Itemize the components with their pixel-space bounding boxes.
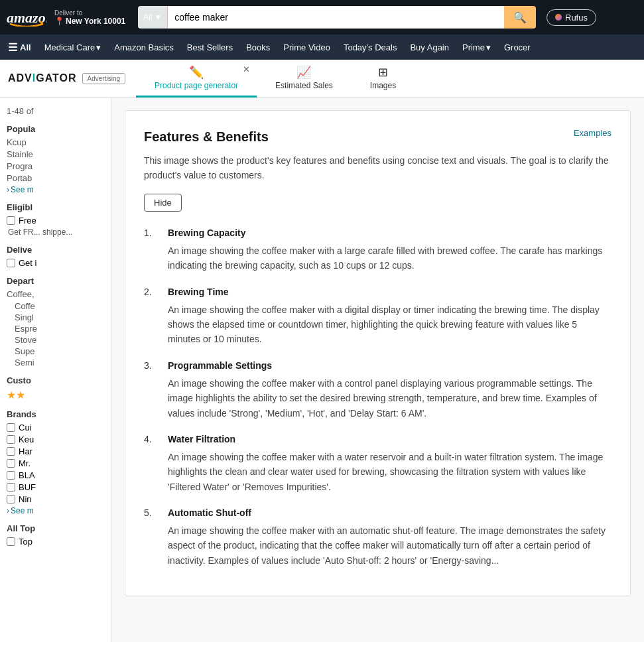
sidebar-section-popular: Popula Kcup Stainle Progra Portab › See … [7,124,104,194]
svg-text:amazon: amazon [7,9,46,26]
adv-tab-images[interactable]: ⊞ Images [352,59,415,98]
estimated-sales-icon: 📈 [296,65,311,80]
features-panel: Features & Benefits Examples This image … [125,110,631,596]
nav-item-amazon-basics[interactable]: Amazon Basics [109,42,179,52]
brand-bla[interactable]: BLA [7,470,104,480]
search-input[interactable] [168,6,504,29]
dept-sub-stovetop[interactable]: Stove [7,335,104,345]
feature-desc-3: An image showing the coffee maker with a… [168,376,612,421]
top-checkbox[interactable]: Top [7,537,104,547]
brand-mr[interactable]: Mr. [7,458,104,468]
images-grid-icon: ⊞ [378,65,388,80]
nav-item-all[interactable]: ☰ All [8,41,36,54]
tab-close-icon[interactable]: ✕ [243,64,250,74]
search-button[interactable]: 🔍 [504,6,536,29]
brand-nin[interactable]: Nin [7,494,104,504]
sidebar-section-eligible: Eligibl Free Get FR... shippe... [7,202,104,237]
brand-cui[interactable]: Cui [7,423,104,432]
feature-content-5: Automatic Shut-off An image showing the … [168,506,612,568]
feature-item-3: 3. Programmable Settings An image showin… [144,359,612,421]
adv-tab-product-page-generator[interactable]: ✏️ Product page generator ✕ [136,59,257,98]
nav-item-best-sellers[interactable]: Best Sellers [182,42,238,52]
sidebar-item-stainless[interactable]: Stainle [7,149,104,159]
amazon-logo-svg: amazon [7,7,46,27]
product-page-pencil-icon: ✏️ [189,65,204,80]
popular-title: Popula [7,124,104,134]
feature-item-5: 5. Automatic Shut-off An image showing t… [144,506,612,568]
result-count: 1-48 of [7,106,104,116]
dept-sub-super[interactable]: Supe [7,346,104,356]
hamburger-icon: ☰ [8,41,17,54]
search-icon: 🔍 [513,12,527,23]
sidebar-item-portable[interactable]: Portab [7,173,104,183]
tab-product-page-label: Product page generator [155,81,238,90]
panel-title: Features & Benefits [144,127,269,147]
examples-link[interactable]: Examples [574,127,612,140]
get-checkbox-input[interactable] [7,259,15,267]
star-rating-filter[interactable]: ★★ [7,389,104,401]
prime-chevron-icon: ▾ [486,42,491,52]
search-bar: All ▼ 🔍 [138,6,536,29]
feature-title-2: Brewing Time [168,285,612,299]
advigator-toolbar: ADV I GATOR Advertising ✏️ Product page … [0,60,644,98]
rufus-label: Rufus [565,13,588,23]
dept-sub-coffee[interactable]: Coffe [7,301,104,311]
sidebar-item-programmable[interactable]: Progra [7,161,104,171]
tab-images-label: Images [370,81,396,90]
customer-title: Custo [7,375,104,385]
adv-gator-text: GATOR [36,72,76,84]
nav-item-books[interactable]: Books [241,42,275,52]
feature-content-1: Brewing Capacity An image showing the co… [168,226,612,273]
checkbox-free[interactable]: Free [7,216,104,226]
feature-number-2: 2. [144,285,159,347]
sidebar-section-department: Depart Coffee, Coffe Singl Espre Stove S… [7,276,104,367]
see-more-brands[interactable]: › See m [7,506,104,515]
secondary-nav: ☰ All Medical Care ▾ Amazon Basics Best … [0,34,644,60]
brand-har[interactable]: Har [7,446,104,456]
hide-button[interactable]: Hide [144,194,182,212]
brand-buf[interactable]: BUF [7,482,104,492]
dept-sub-espresso[interactable]: Espre [7,324,104,334]
dept-item-coffee[interactable]: Coffee, [7,289,104,299]
nav-item-prime-video[interactable]: Prime Video [278,42,336,52]
feature-desc-5: An image showing the coffee maker with a… [168,523,612,568]
feature-number-5: 5. [144,506,159,568]
feature-desc-1: An image showing the coffee maker with a… [168,243,612,273]
dept-sub-single[interactable]: Singl [7,312,104,322]
medical-chevron-icon: ▾ [96,42,101,52]
eligible-title: Eligibl [7,202,104,212]
free-shipping-note: Get FR... shippe... [8,228,104,237]
search-category-select[interactable]: All ▼ [138,6,168,29]
feature-title-1: Brewing Capacity [168,226,612,240]
sidebar-item-kcup[interactable]: Kcup [7,137,104,147]
deliver-to[interactable]: Deliver to 📍 New York 10001 [54,9,127,26]
sidebar: 1-48 of Popula Kcup Stainle Progra Porta… [0,98,111,642]
see-more-popular[interactable]: › See m [7,185,104,194]
amazon-logo[interactable]: amazon [7,7,46,29]
nav-item-buy-again[interactable]: Buy Again [405,42,454,52]
tab-estimated-sales-label: Estimated Sales [275,81,333,90]
feature-item-4: 4. Water Filtration An image showing the… [144,432,612,494]
feature-number-3: 3. [144,359,159,421]
rufus-dot-icon [555,14,562,21]
nav-item-prime[interactable]: Prime ▾ [457,42,496,52]
rufus-button[interactable]: Rufus [547,9,596,26]
nav-item-todays-deals[interactable]: Today's Deals [338,42,403,52]
sidebar-section-brands: Brands Cui Keu Har Mr. BLA BUF Nin › See… [7,409,104,515]
nav-item-medical-care[interactable]: Medical Care ▾ [39,42,107,52]
advigator-logo[interactable]: ADV I GATOR [8,72,77,84]
feature-title-3: Programmable Settings [168,359,612,373]
deliver-to-location: 📍 New York 10001 [54,17,127,26]
adv-tab-estimated-sales[interactable]: 📈 Estimated Sales [257,59,352,98]
location-pin-icon: 📍 [54,17,64,26]
free-checkbox-input[interactable] [7,216,15,225]
checkbox-get[interactable]: Get i [7,258,104,268]
dept-sub-semi[interactable]: Semi [7,358,104,367]
brand-keu[interactable]: Keu [7,434,104,444]
adv-text: ADV [8,72,32,84]
nav-item-grocer[interactable]: Grocer [499,42,536,52]
all-label: All [20,42,31,52]
sidebar-section-all-top: All Top Top [7,523,104,547]
feature-number-1: 1. [144,226,159,273]
main-layout: 1-48 of Popula Kcup Stainle Progra Porta… [0,98,644,642]
